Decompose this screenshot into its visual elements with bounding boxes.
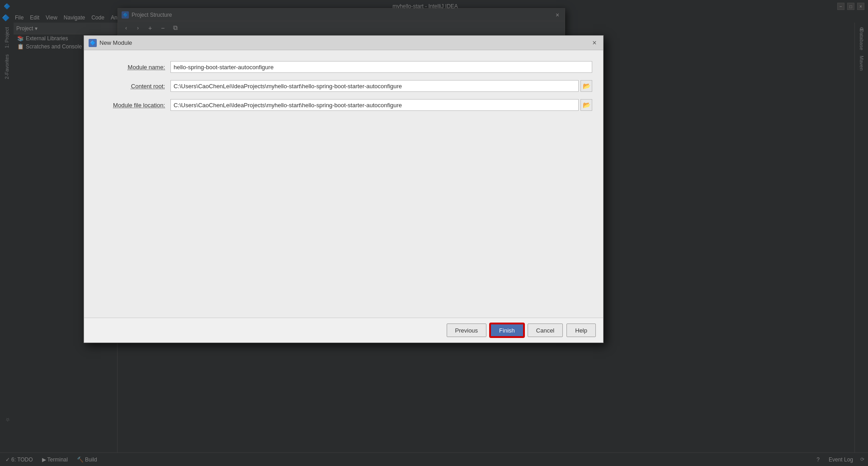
module-file-location-browse-button[interactable]: 📂 <box>580 99 592 111</box>
nm-close-button[interactable]: × <box>590 39 599 47</box>
nm-title-text: New Module <box>99 39 590 46</box>
nm-content: Module name: Content root: 📂 Module file… <box>84 50 603 318</box>
help-button[interactable]: Help <box>566 323 596 337</box>
content-root-label: Content root: <box>95 83 165 90</box>
module-file-location-row: Module file location: 📂 <box>95 99 592 111</box>
content-root-browse-button[interactable]: 📂 <box>580 80 592 92</box>
nm-title-bar: 🔷 New Module × <box>84 36 603 50</box>
module-file-location-label: Module file location: <box>95 102 165 109</box>
cancel-button[interactable]: Cancel <box>528 323 563 337</box>
module-name-input-wrap <box>170 61 592 73</box>
content-root-input-wrap: 📂 <box>170 80 592 92</box>
nm-spacer <box>95 118 592 310</box>
module-file-location-input[interactable] <box>170 99 579 111</box>
previous-button[interactable]: Previous <box>447 323 487 337</box>
finish-button[interactable]: Finish <box>490 323 524 337</box>
module-name-label: Module name: <box>95 64 165 71</box>
nm-button-row: Previous Finish Cancel Help <box>84 318 603 342</box>
content-root-input[interactable] <box>170 80 579 92</box>
content-root-row: Content root: 📂 <box>95 80 592 92</box>
module-name-row: Module name: <box>95 61 592 73</box>
new-module-dialog: 🔷 New Module × Module name: Content root… <box>84 35 604 343</box>
module-file-location-input-wrap: 📂 <box>170 99 592 111</box>
nm-title-icon: 🔷 <box>89 39 97 47</box>
module-name-input[interactable] <box>170 61 592 73</box>
